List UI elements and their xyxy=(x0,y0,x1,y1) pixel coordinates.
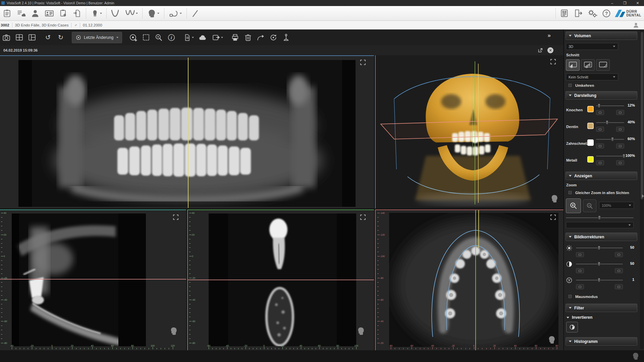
volume-mode-dropdown[interactable]: 3D xyxy=(566,43,618,50)
video-print-button[interactable] xyxy=(557,7,571,20)
sagittal-crosshair-horizontal[interactable] xyxy=(0,279,186,280)
zoom-out-button[interactable] xyxy=(583,199,596,212)
zoom-slider[interactable] xyxy=(566,217,634,218)
sagittal-orientation-head-icon[interactable] xyxy=(170,327,177,337)
worklist-button[interactable] xyxy=(0,7,14,20)
step-down-button[interactable] xyxy=(596,127,604,132)
section-filter[interactable]: Filter xyxy=(566,304,637,312)
metall-color-swatch[interactable] xyxy=(587,156,594,163)
print-button[interactable] xyxy=(229,32,241,44)
step-down-button[interactable] xyxy=(576,284,584,289)
section-darstellung[interactable]: Darstellung xyxy=(566,91,637,100)
zoom-value-dropdown[interactable]: 100% xyxy=(599,202,634,209)
sagittal-viewport[interactable]: 40200-20-40-60-80 -40-20020406080100120 xyxy=(0,209,186,350)
slider-thumb[interactable] xyxy=(598,278,600,282)
render3d-fullscreen-icon[interactable] xyxy=(550,59,556,65)
patient-button[interactable] xyxy=(28,7,42,20)
umkehren-checkbox[interactable] xyxy=(568,83,572,87)
same-zoom-checkbox[interactable] xyxy=(568,190,572,195)
settings-button[interactable] xyxy=(585,7,599,20)
pin-tool-button[interactable] xyxy=(280,32,292,44)
zoom-in-button[interactable] xyxy=(566,198,581,213)
share-button[interactable] xyxy=(254,32,267,44)
export-button[interactable] xyxy=(209,32,225,44)
section-bildkorrekturen[interactable]: Bildkorrekturen xyxy=(566,233,637,241)
create-job-button[interactable] xyxy=(56,7,70,20)
slider-thumb[interactable] xyxy=(598,104,600,108)
gamma-slider[interactable] xyxy=(576,280,623,281)
slider-thumb[interactable] xyxy=(611,137,614,141)
knochen-color-swatch[interactable] xyxy=(587,106,594,112)
render3d-orientation-head-icon[interactable] xyxy=(551,194,558,204)
slice-type-dropdown[interactable]: Kein Schnitt xyxy=(566,73,618,80)
mausmodus-checkbox[interactable] xyxy=(568,294,572,299)
patient-data-button[interactable] xyxy=(42,7,56,20)
axial-orientation-head-icon[interactable] xyxy=(548,336,555,346)
zahnschmelz-color-swatch[interactable] xyxy=(587,139,594,146)
sagittal-fullscreen-icon[interactable] xyxy=(173,214,179,220)
view-select-dropdown[interactable] xyxy=(566,222,634,228)
panorama-fullscreen-icon[interactable] xyxy=(360,59,366,65)
mausmodus-checkbox-row[interactable]: Mausmodus xyxy=(568,294,598,299)
slider-thumb[interactable] xyxy=(598,262,600,266)
panorama-viewport[interactable] xyxy=(0,55,374,208)
toolbar-expand-button[interactable]: » xyxy=(548,32,551,39)
axial-crosshair-vertical-yellow[interactable] xyxy=(478,210,479,248)
close-study-icon[interactable]: ✕ xyxy=(547,47,553,53)
help-button[interactable]: ? xyxy=(599,7,613,20)
jaw-ceph-button[interactable] xyxy=(122,7,141,20)
section-anzeigen[interactable]: Anzeigen xyxy=(566,172,637,180)
invert-button[interactable] xyxy=(566,322,578,333)
scrollbar-thumb[interactable] xyxy=(641,32,643,199)
step-up-button[interactable] xyxy=(615,284,623,289)
select-region-button[interactable] xyxy=(140,32,152,44)
same-zoom-checkbox-row[interactable]: Gleicher Zoom in allen Sichten xyxy=(568,190,629,195)
layout-split-button[interactable] xyxy=(25,32,38,44)
undo-button[interactable]: ↺ xyxy=(42,32,54,44)
slider-thumb[interactable] xyxy=(598,216,601,220)
tooth-capture-button[interactable] xyxy=(88,7,105,20)
crosssection-viewport[interactable]: 40200-20-40-60-80 -60-40-20020406080100 xyxy=(187,209,374,350)
slice-view-free-button[interactable] xyxy=(596,59,610,71)
step-down-button[interactable] xyxy=(596,143,604,148)
step-up-button[interactable] xyxy=(616,127,624,132)
section-volumen[interactable]: Volumen xyxy=(566,32,637,40)
minimize-button[interactable]: – xyxy=(606,0,619,6)
slider-thumb[interactable] xyxy=(606,120,608,125)
crosssection-orientation-head-icon[interactable] xyxy=(357,327,365,337)
document-transfer-button[interactable] xyxy=(70,7,85,20)
brightness-slider[interactable] xyxy=(576,247,623,248)
step-down-button[interactable] xyxy=(596,160,604,165)
jaw-panorama-button[interactable] xyxy=(108,7,122,20)
image-archive-button[interactable] xyxy=(14,7,28,20)
report-button[interactable] xyxy=(180,32,197,44)
step-up-button[interactable] xyxy=(616,110,624,115)
popout-icon[interactable] xyxy=(537,47,543,53)
drawing-pen-button[interactable] xyxy=(188,7,202,20)
maximize-button[interactable]: ❐ xyxy=(619,0,631,6)
head-3d-button[interactable] xyxy=(144,7,163,20)
section-histogramm[interactable]: Histogramm xyxy=(566,337,637,346)
cloud-export-button[interactable] xyxy=(197,32,209,44)
step-up-button[interactable] xyxy=(615,252,623,257)
step-down-button[interactable] xyxy=(576,252,584,257)
model-scan-button[interactable] xyxy=(166,7,185,20)
step-up-button[interactable] xyxy=(616,160,624,165)
logout-button[interactable] xyxy=(571,7,585,20)
step-up-button[interactable] xyxy=(616,143,624,148)
panorama-crosshair-vertical[interactable] xyxy=(188,58,189,208)
knochen-slider[interactable] xyxy=(596,105,624,106)
close-button[interactable]: ✕ xyxy=(631,0,644,6)
crosssection-crosshair-horizontal[interactable] xyxy=(188,280,374,280)
slice-view-plane-button[interactable] xyxy=(581,59,595,71)
axial-crosshair-vertical-green[interactable] xyxy=(475,210,476,350)
add-view-button[interactable] xyxy=(127,32,140,44)
patient-avatar[interactable] xyxy=(633,21,639,29)
axial-fullscreen-icon[interactable] xyxy=(550,214,556,220)
step-up-button[interactable] xyxy=(615,268,623,273)
render3d-viewport[interactable] xyxy=(375,55,564,208)
umkehren-checkbox-row[interactable]: Umkehren xyxy=(568,83,594,87)
step-down-button[interactable] xyxy=(576,268,584,273)
side-panel-collapse-arrow[interactable] xyxy=(642,194,644,198)
slice-view-front-button[interactable] xyxy=(566,59,580,71)
